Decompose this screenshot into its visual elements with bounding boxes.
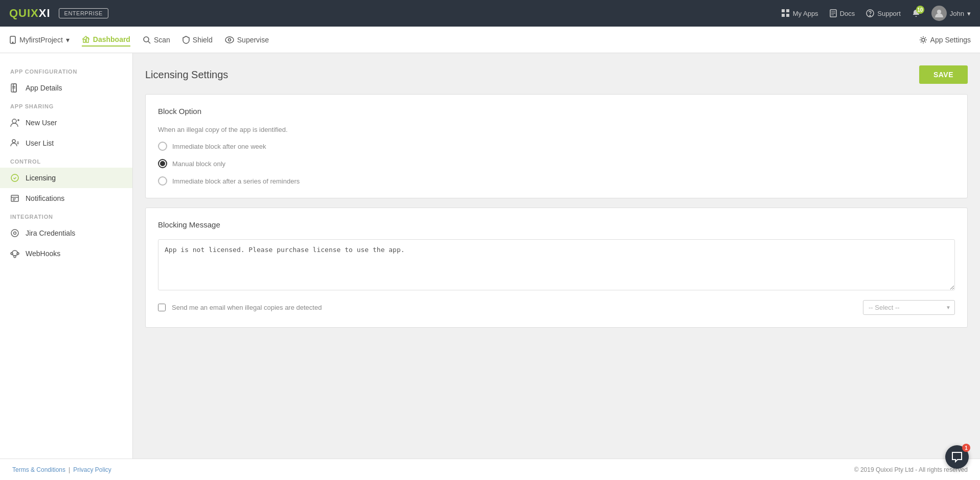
- user-list-icon: [10, 139, 19, 148]
- radio-label-reminders: Immediate block after a series of remind…: [172, 177, 300, 185]
- my-apps-button[interactable]: My Apps: [782, 9, 818, 17]
- footer-separator: |: [69, 466, 70, 473]
- sidebar-item-jira[interactable]: Jira Credentials: [0, 223, 132, 243]
- project-chevron-icon: ▾: [66, 36, 70, 44]
- licensing-label: Licensing: [26, 174, 56, 182]
- sidebar-item-app-details[interactable]: App Details: [0, 78, 132, 98]
- email-label: Send me an email when illegal copies are…: [172, 304, 857, 311]
- user-name-label: John: [950, 10, 964, 17]
- svg-line-16: [148, 41, 150, 43]
- select-wrapper: -- Select --: [863, 300, 955, 315]
- radio-label-immediate-week: Immediate block after one week: [172, 143, 266, 150]
- notifications-button[interactable]: 10: [912, 9, 920, 17]
- main-content: Licensing Settings SAVE Block Option Whe…: [133, 53, 980, 459]
- svg-point-10: [937, 10, 941, 14]
- block-option-title: Block Option: [158, 107, 955, 116]
- svg-rect-13: [83, 39, 85, 42]
- radio-input-immediate-week[interactable]: [158, 142, 167, 151]
- svg-point-18: [228, 38, 231, 41]
- terms-link[interactable]: Terms & Conditions: [12, 466, 65, 473]
- save-button[interactable]: SAVE: [919, 65, 968, 84]
- sidebar-item-notifications[interactable]: Notifications: [0, 188, 132, 209]
- footer: Terms & Conditions | Privacy Policy © 20…: [0, 459, 980, 480]
- radio-item-manual[interactable]: Manual block only: [158, 159, 955, 168]
- scan-nav-label: Scan: [154, 36, 170, 44]
- my-apps-label: My Apps: [793, 10, 818, 17]
- dashboard-nav-item[interactable]: Dashboard: [82, 33, 130, 47]
- app-config-section-title: APP CONFIGURATION: [0, 63, 132, 78]
- webhooks-icon: [10, 249, 19, 258]
- svg-point-24: [12, 119, 16, 123]
- page-title: Licensing Settings: [145, 69, 228, 81]
- support-icon: [866, 9, 874, 17]
- shield-nav-item[interactable]: Shield: [183, 34, 213, 46]
- svg-point-36: [14, 232, 16, 235]
- new-user-icon: [10, 118, 19, 127]
- sub-nav-left: MyfirstProject ▾ Dashboard Scan Shield: [9, 33, 269, 47]
- enterprise-badge: ENTERPRISE: [59, 8, 108, 18]
- svg-line-40: [12, 255, 14, 256]
- radio-item-immediate-week[interactable]: Immediate block after one week: [158, 142, 955, 151]
- chat-bubble-button[interactable]: 1: [945, 445, 969, 469]
- svg-point-30: [11, 174, 18, 181]
- sidebar-item-new-user[interactable]: New User: [0, 112, 132, 133]
- mobile-icon: [9, 36, 16, 44]
- top-nav-right: My Apps Docs Support 10: [782, 6, 971, 21]
- chat-icon: [951, 451, 963, 463]
- support-button[interactable]: Support: [866, 9, 901, 17]
- settings-gear-icon: [919, 36, 927, 44]
- shield-icon: [183, 36, 190, 44]
- user-chevron-icon: ▾: [967, 10, 971, 17]
- svg-rect-2: [782, 14, 785, 17]
- sidebar-item-licensing[interactable]: Licensing: [0, 168, 132, 188]
- sidebar-item-webhooks[interactable]: WebHooks: [0, 243, 132, 264]
- logo-part1: QUIX: [9, 7, 39, 19]
- apps-icon: [782, 9, 790, 17]
- logo: QUIXXI: [9, 7, 51, 20]
- scan-nav-item[interactable]: Scan: [143, 34, 170, 46]
- footer-links: Terms & Conditions | Privacy Policy: [12, 466, 111, 473]
- svg-point-15: [144, 37, 149, 42]
- block-option-helper: When an illegal copy of the app is ident…: [158, 126, 955, 133]
- radio-item-reminders[interactable]: Immediate block after a series of remind…: [158, 176, 955, 186]
- dashboard-nav-label: Dashboard: [93, 35, 130, 43]
- jira-credentials-label: Jira Credentials: [26, 229, 75, 237]
- email-row: Send me an email when illegal copies are…: [158, 300, 955, 315]
- svg-point-19: [922, 38, 925, 41]
- docs-button[interactable]: Docs: [830, 9, 855, 17]
- radio-input-manual[interactable]: [158, 159, 167, 168]
- notifications-icon: [10, 194, 19, 203]
- new-user-label: New User: [26, 119, 57, 127]
- top-nav-left: QUIXXI ENTERPRISE: [9, 7, 108, 20]
- block-option-radio-group: Immediate block after one week Manual bl…: [158, 142, 955, 186]
- sidebar-item-user-list[interactable]: User List: [0, 133, 132, 153]
- email-checkbox[interactable]: [158, 304, 166, 311]
- svg-point-9: [870, 15, 871, 16]
- app-settings-button[interactable]: App Settings: [919, 36, 971, 44]
- supervise-nav-label: Supervise: [237, 36, 269, 44]
- top-navigation: QUIXXI ENTERPRISE My Apps Docs: [0, 0, 980, 27]
- svg-rect-1: [786, 9, 789, 12]
- supervise-nav-item[interactable]: Supervise: [225, 34, 269, 46]
- jira-icon: [10, 228, 19, 238]
- email-select[interactable]: -- Select --: [863, 300, 955, 315]
- dashboard-icon: [82, 36, 90, 43]
- sub-navigation: MyfirstProject ▾ Dashboard Scan Shield: [0, 27, 980, 53]
- svg-point-27: [12, 140, 15, 143]
- blocking-message-card: Blocking Message Send me an email when i…: [145, 208, 968, 328]
- project-selector[interactable]: MyfirstProject ▾: [9, 34, 70, 46]
- docs-label: Docs: [840, 10, 855, 17]
- blocking-message-textarea[interactable]: [158, 239, 955, 290]
- app-sharing-section-title: APP SHARING: [0, 98, 132, 112]
- app-details-icon: [10, 83, 19, 93]
- svg-rect-14: [86, 38, 88, 42]
- svg-point-12: [12, 42, 13, 43]
- content-header: Licensing Settings SAVE: [145, 65, 968, 84]
- webhooks-label: WebHooks: [26, 249, 60, 258]
- user-menu-button[interactable]: John ▾: [931, 6, 971, 21]
- app-settings-label: App Settings: [930, 36, 971, 44]
- privacy-link[interactable]: Privacy Policy: [73, 466, 111, 473]
- sidebar: APP CONFIGURATION App Details APP SHARIN…: [0, 53, 133, 459]
- project-name: MyfirstProject: [19, 36, 63, 44]
- radio-input-reminders[interactable]: [158, 176, 167, 186]
